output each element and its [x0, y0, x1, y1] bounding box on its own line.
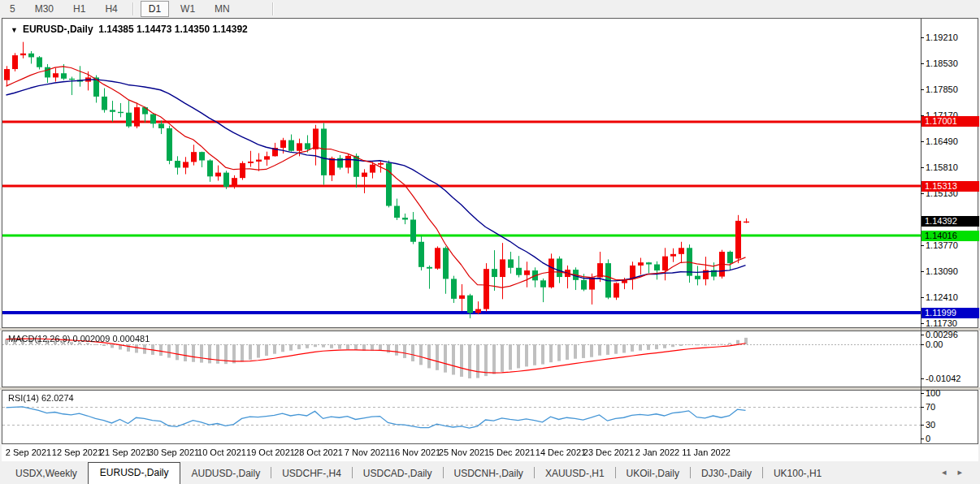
- chevron-down-icon[interactable]: ▼: [11, 26, 18, 34]
- axis-tick: [921, 89, 924, 90]
- rsi-panel: RSI(14) 62.0274: [2, 390, 978, 444]
- macd-panel: MACD(12,26,9) 0.002009 0.000481: [2, 331, 978, 387]
- chart-tab-usdcad-[interactable]: USDCAD-,Daily: [353, 465, 443, 484]
- date-tick-label: 23 Dec 2021: [583, 447, 634, 457]
- axis-tick: [921, 271, 924, 272]
- date-tick-label: 7 Nov 2021: [345, 447, 390, 457]
- price-tick-label: 1.12410: [926, 292, 979, 302]
- timeframe-button-h1[interactable]: H1: [65, 1, 93, 17]
- date-tick-label: 14 Dec 2021: [536, 447, 586, 457]
- rsi-axis-label: 70: [926, 402, 979, 412]
- date-tick-label: 25 Nov 2021: [439, 447, 489, 457]
- chart-tab-xauusd-[interactable]: XAUUSD-,H1: [535, 465, 615, 484]
- timeframe-toolbar: 5M30H1H4D1W1MN: [0, 0, 980, 17]
- date-tick-label: 10 Oct 2021: [197, 447, 246, 457]
- chart-tab-usdx[interactable]: USDX,Weekly: [5, 465, 88, 484]
- macd-axis-label: 0.00: [926, 339, 979, 349]
- date-tick-label: 11 Jan 2022: [682, 447, 731, 457]
- price-tick-label: 1.13090: [926, 266, 979, 276]
- chart-tab-ukoil-[interactable]: UKOil-,Daily: [616, 465, 690, 484]
- tab-scroll-arrows[interactable]: ◂▸: [942, 467, 973, 478]
- current-price-marker: 1.14392: [921, 216, 979, 227]
- date-tick-label: 19 Oct 2021: [246, 447, 295, 457]
- date-tick-label: 2 Sep 2021: [6, 447, 51, 457]
- axis-tick: [921, 393, 924, 394]
- date-tick-label: 16 Nov 2021: [390, 447, 440, 457]
- chart-tab-usdcnh-[interactable]: USDCNH-,Daily: [444, 465, 534, 484]
- chart-tab-usdchf-[interactable]: USDCHF-,H4: [271, 465, 352, 484]
- candlestick-chart-canvas[interactable]: [2, 19, 921, 327]
- axis-tick: [921, 245, 924, 246]
- toolbar-separator: [272, 2, 274, 15]
- date-tick-label: 12 Sep 2021: [52, 447, 102, 457]
- rsi-axis-label: 30: [926, 420, 979, 430]
- price-tick-label: 1.15810: [926, 162, 979, 172]
- axis-tick: [921, 167, 924, 168]
- axis-tick: [921, 37, 924, 38]
- rsi-axis-label: 100: [926, 388, 979, 398]
- rsi-chart-canvas[interactable]: [2, 391, 921, 443]
- timeframe-button-d1[interactable]: D1: [141, 1, 169, 17]
- date-tick-label: 2 Jan 2022: [635, 447, 679, 457]
- axis-tick: [921, 193, 924, 194]
- mt4-window: 5M30H1H4D1W1MN ▼EURUSD-,Daily 1.14385 1.…: [0, 0, 980, 484]
- chart-title: ▼EURUSD-,Daily 1.14385 1.14473 1.14350 1…: [11, 24, 248, 35]
- axis-tick: [921, 297, 924, 298]
- date-tick-label: 21 Sep 2021: [100, 447, 150, 457]
- rsi-axis-label: 0: [926, 434, 979, 443]
- macd-axis-label: -0.01042: [926, 374, 979, 383]
- symbol-label: EURUSD-,Daily: [23, 24, 93, 35]
- axis-tick: [921, 323, 924, 324]
- axis-tick: [921, 378, 924, 379]
- macd-axis-label: 0.00296: [926, 330, 979, 339]
- macd-label: MACD(12,26,9) 0.002009 0.000481: [8, 334, 150, 344]
- axis-tick: [921, 407, 924, 408]
- toolbar-separator: [132, 2, 134, 15]
- axis-tick: [921, 335, 924, 335]
- main-chart-panel: ▼EURUSD-,Daily 1.14385 1.14473 1.14350 1…: [2, 18, 978, 328]
- price-tick-label: 1.11730: [926, 318, 979, 328]
- price-tick-label: 1.19210: [926, 32, 979, 42]
- ohlc-values: 1.14385 1.14473 1.14350 1.14392: [98, 24, 248, 35]
- date-tick-label: 5 Dec 2021: [489, 447, 535, 457]
- chart-tab-bar: USDX,WeeklyEURUSD-,DailyAUDUSD-,DailyUSD…: [0, 461, 980, 484]
- date-tick-label: 30 Sep 2021: [149, 447, 199, 457]
- timeframe-button-mn[interactable]: MN: [206, 1, 238, 17]
- price-tick-label: 1.13770: [926, 240, 979, 250]
- timeframe-button-w1[interactable]: W1: [172, 1, 203, 17]
- chart-tab-eurusd-[interactable]: EURUSD-,Daily: [88, 462, 181, 484]
- timeframe-button-m30[interactable]: M30: [27, 1, 62, 17]
- axis-tick: [921, 439, 924, 439]
- axis-tick: [921, 425, 924, 426]
- axis-tick: [921, 344, 924, 345]
- axis-tick: [921, 141, 924, 142]
- scroll-left-icon: ◂: [942, 467, 958, 477]
- date-axis[interactable]: 2 Sep 202112 Sep 202121 Sep 202130 Sep 2…: [2, 444, 978, 462]
- date-tick-label: 28 Oct 2021: [294, 447, 343, 457]
- rsi-label: RSI(14) 62.0274: [8, 393, 74, 403]
- price-tick-label: 1.18530: [926, 58, 979, 68]
- timeframe-button-5[interactable]: 5: [2, 1, 24, 17]
- axis-tick: [921, 63, 924, 64]
- chart-tab-audusd-[interactable]: AUDUSD-,Daily: [180, 465, 271, 484]
- chart-tab-dj30-[interactable]: DJ30-,Daily: [691, 465, 762, 484]
- level-price-marker: 1.11999: [921, 308, 979, 318]
- price-tick-label: 1.16490: [926, 136, 979, 146]
- scroll-right-icon: ▸: [957, 467, 973, 477]
- level-price-marker: 1.15313: [921, 181, 979, 192]
- chart-tab-uk100-[interactable]: UK100-,H1: [763, 465, 832, 484]
- level-price-marker: 1.17001: [921, 116, 979, 127]
- level-price-marker: 1.14016: [921, 231, 979, 241]
- timeframe-button-h4[interactable]: H4: [97, 1, 125, 17]
- price-tick-label: 1.17850: [926, 84, 979, 94]
